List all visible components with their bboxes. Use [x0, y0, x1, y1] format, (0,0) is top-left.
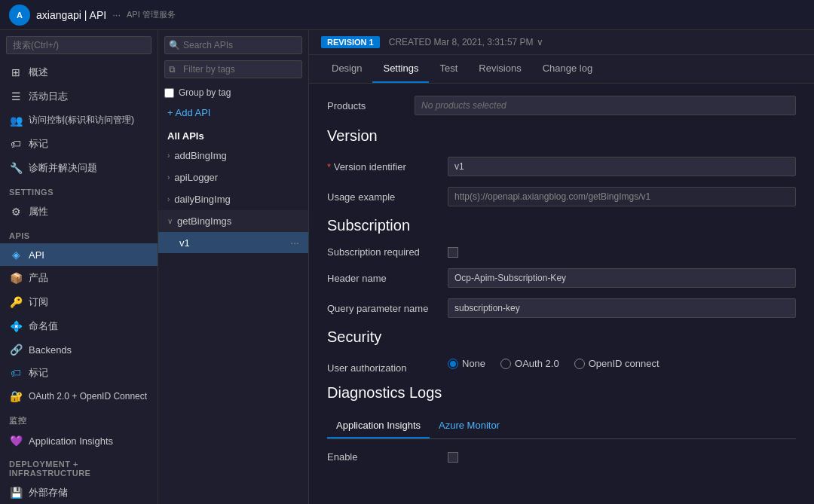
- sidebar-item-api[interactable]: ◈ API: [0, 243, 158, 266]
- content-area: REVISION 1 CREATED Mar 8, 2021, 3:31:57 …: [309, 30, 814, 504]
- named-values-icon: 💠: [9, 320, 23, 332]
- header-name-input[interactable]: [448, 268, 796, 288]
- usage-example-input: [448, 187, 796, 206]
- sidebar: ⊞ 概述 ☰ 活动日志 👥 访问控制(标识和访问管理) 🏷 标记 🔧 诊断并解决…: [0, 30, 158, 504]
- version-identifier-input[interactable]: [448, 157, 796, 176]
- app-subtitle: API 管理服务: [127, 9, 176, 20]
- three-dots-icon[interactable]: ···: [290, 237, 299, 249]
- api-item-getBingImgs[interactable]: ∨ getBingImgs: [158, 210, 308, 232]
- subscription-required-checkbox[interactable]: [448, 247, 458, 258]
- middle-search-area: 🔍: [158, 30, 308, 60]
- tab-changelog[interactable]: Change log: [532, 55, 604, 83]
- external-storage-icon: 💾: [9, 487, 23, 499]
- sidebar-item-oauth[interactable]: 🔐 OAuth 2.0 + OpenID Connect: [0, 385, 158, 408]
- topbar-more-button[interactable]: ···: [112, 9, 121, 20]
- sidebar-item-tags[interactable]: 🏷 标记: [0, 132, 158, 156]
- backends-icon: 🔗: [9, 344, 23, 356]
- filter-by-tags-input[interactable]: [164, 60, 302, 78]
- api-item-dailyBingImg[interactable]: › dailyBingImg: [158, 188, 308, 210]
- query-param-label: Query parameter name: [327, 298, 448, 314]
- diagnostics-tabs: Application Insights Azure Monitor: [327, 414, 796, 439]
- properties-icon: ⚙: [9, 206, 23, 218]
- diag-tab-azure-monitor[interactable]: Azure Monitor: [430, 414, 509, 438]
- sidebar-item-products[interactable]: 📦 产品: [0, 266, 158, 290]
- enable-checkbox[interactable]: [448, 452, 458, 463]
- sidebar-search-input[interactable]: [6, 36, 151, 54]
- radio-oauth2-dot: [500, 359, 511, 369]
- revision-badge: REVISION 1: [321, 36, 380, 48]
- tab-settings[interactable]: Settings: [372, 55, 429, 83]
- app-title: axiangapi | API: [36, 9, 106, 21]
- subscription-required-row: Subscription required: [327, 246, 796, 258]
- activity-log-icon: ☰: [9, 90, 23, 102]
- sidebar-item-subscriptions[interactable]: 🔑 订阅: [0, 290, 158, 314]
- usage-example-row: Usage example: [327, 187, 796, 206]
- tab-revisions[interactable]: Revisions: [468, 55, 531, 83]
- chevron-down-icon: ∨: [167, 217, 173, 225]
- tab-design[interactable]: Design: [321, 55, 372, 83]
- products-label: Products: [327, 100, 402, 111]
- filter-icon: ⧉: [169, 64, 176, 75]
- created-text: CREATED Mar 8, 2021, 3:31:57 PM ∨: [389, 37, 543, 47]
- auth-radio-group: None OAuth 2.0 OpenID connect: [448, 358, 659, 369]
- auth-oauth2-option[interactable]: OAuth 2.0: [500, 358, 559, 369]
- topbar: A axiangapi | API ··· API 管理服务: [0, 0, 814, 30]
- deploy-section-label: Deployment + infrastructure: [0, 452, 158, 481]
- api-item-addBingImg[interactable]: › addBingImg: [158, 145, 308, 166]
- api-sub-item-v1[interactable]: v1 ···: [158, 232, 308, 253]
- version-identifier-row: * Version identifier: [327, 157, 796, 176]
- sidebar-item-activity-log[interactable]: ☰ 活动日志: [0, 84, 158, 108]
- chevron-right-icon: ›: [167, 151, 170, 160]
- content-body: Products Version * Version identifier Us…: [309, 84, 814, 504]
- sidebar-item-external-storage[interactable]: 💾 外部存储: [0, 481, 158, 504]
- products-row: Products: [327, 96, 796, 115]
- content-header: REVISION 1 CREATED Mar 8, 2021, 3:31:57 …: [309, 30, 814, 55]
- version-identifier-label: * Version identifier: [327, 157, 448, 173]
- sidebar-item-access-control[interactable]: 👥 访问控制(标识和访问管理): [0, 108, 158, 132]
- header-name-label: Header name: [327, 268, 448, 284]
- sidebar-item-backends[interactable]: 🔗 Backends: [0, 338, 158, 361]
- radio-none-dot: [448, 359, 458, 369]
- api-item-apiLogger[interactable]: › apiLogger: [158, 166, 308, 188]
- api-search-input[interactable]: [164, 36, 302, 54]
- subscription-section-heading: Subscription: [327, 217, 796, 234]
- chevron-down-icon[interactable]: ∨: [537, 37, 543, 47]
- group-by-tag-checkbox[interactable]: [164, 88, 174, 98]
- products-input[interactable]: [415, 96, 796, 115]
- all-apis-label: All APIs: [158, 124, 308, 145]
- chevron-right-icon: ›: [167, 173, 170, 182]
- security-section-heading: Security: [327, 328, 796, 346]
- tags2-icon: 🏷: [9, 367, 23, 379]
- search-icon: 🔍: [169, 40, 180, 50]
- sidebar-item-properties[interactable]: ⚙ 属性: [0, 200, 158, 224]
- sidebar-search-area: [0, 30, 158, 60]
- sidebar-item-overview[interactable]: ⊞ 概述: [0, 60, 158, 84]
- usage-example-label: Usage example: [327, 187, 448, 203]
- diag-tab-app-insights[interactable]: Application Insights: [327, 414, 430, 438]
- middle-filter-area: ⧉: [158, 60, 308, 84]
- add-api-button[interactable]: + Add API: [158, 101, 308, 124]
- diagnostics-section-heading: Diagnostics Logs: [327, 384, 796, 402]
- diagnose-icon: 🔧: [9, 162, 23, 174]
- tab-test[interactable]: Test: [429, 55, 468, 83]
- chevron-right-icon: ›: [167, 195, 170, 203]
- sidebar-item-app-insights[interactable]: 💜 Application Insights: [0, 429, 158, 452]
- tags-icon: 🏷: [9, 138, 23, 150]
- settings-section-label: Settings: [0, 180, 158, 200]
- query-param-input[interactable]: [448, 298, 796, 318]
- auth-none-option[interactable]: None: [448, 358, 485, 369]
- sidebar-item-diagnose[interactable]: 🔧 诊断并解决问题: [0, 156, 158, 180]
- app-logo: A: [9, 5, 30, 26]
- app-insights-icon: 💜: [9, 435, 23, 447]
- user-auth-row: User authorization None OAuth 2.0 OpenID…: [327, 358, 796, 374]
- radio-openid-dot: [574, 359, 585, 369]
- auth-openid-option[interactable]: OpenID connect: [574, 358, 659, 369]
- sidebar-item-tags2[interactable]: 🏷 标记: [0, 361, 158, 385]
- tabs-row: Design Settings Test Revisions Change lo…: [309, 55, 814, 84]
- group-by-tag-row: Group by tag: [158, 84, 308, 101]
- sidebar-item-named-values[interactable]: 💠 命名值: [0, 314, 158, 338]
- version-section-heading: Version: [327, 127, 796, 145]
- monitor-section-label: 监控: [0, 408, 158, 429]
- subscription-required-label: Subscription required: [327, 246, 448, 258]
- products-icon: 📦: [9, 272, 23, 284]
